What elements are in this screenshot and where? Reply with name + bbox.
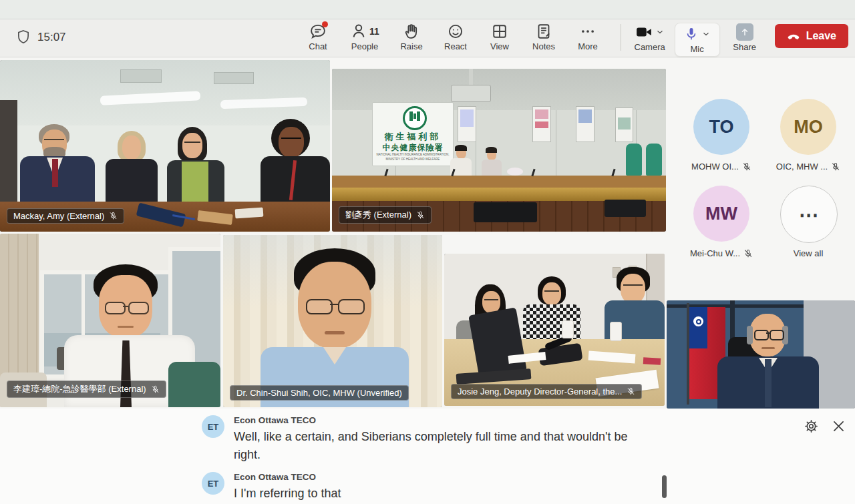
poster-art	[460, 109, 474, 127]
share-button[interactable]: Share	[724, 23, 765, 52]
mouth	[761, 347, 775, 349]
chat-button[interactable]: Chat	[299, 23, 337, 51]
share-label: Share	[733, 42, 756, 52]
table-gold-edge	[332, 188, 666, 201]
avatar-mo[interactable]: MO	[780, 99, 836, 155]
table-top	[332, 176, 666, 188]
toolbar-center-group: Chat 11 People Raise React View	[299, 23, 607, 51]
mic-button[interactable]: Mic	[675, 23, 720, 57]
participant-name: 劉彥秀 (External)	[345, 209, 411, 221]
glasses	[770, 330, 784, 340]
flag-sun-inner	[697, 320, 700, 323]
name-tag-mackay: Mackay, Amy (External)	[7, 208, 124, 224]
video-tile-shih[interactable]: Dr. Chin-Shui Shih, OIC, MHW (Unverified…	[223, 235, 442, 407]
person-body	[106, 159, 158, 203]
poster	[532, 106, 551, 142]
poster	[576, 106, 594, 142]
captions-scrollbar[interactable]	[662, 475, 667, 498]
chat-label: Chat	[309, 41, 327, 51]
more-icon	[579, 23, 596, 40]
nhia-sign: 衛生福利部 中央健康保險署 NATIONAL HEALTH INSURANCE …	[372, 102, 454, 166]
glasses	[281, 138, 301, 144]
glasses	[623, 284, 643, 290]
glasses	[754, 330, 769, 340]
raise-hand-button[interactable]: Raise	[393, 23, 430, 51]
mic-chevron-icon[interactable]	[702, 30, 710, 38]
person-hair	[455, 145, 467, 151]
caption-avatar-initials: ET	[208, 422, 219, 432]
wall-seam	[556, 110, 556, 177]
tie	[52, 159, 58, 187]
poster	[458, 106, 476, 142]
poster-art	[618, 117, 631, 130]
caption-avatar: ET	[202, 472, 224, 495]
tie	[765, 359, 772, 407]
glasses-bridge	[330, 304, 338, 305]
toolbar-right-group: Camera Mic Share Leave	[621, 23, 851, 57]
video-tile-nhia-room[interactable]: 衛生福利部 中央健康保險署 NATIONAL HEALTH INSURANCE …	[332, 69, 666, 232]
logo-bar	[417, 111, 420, 121]
share-icon	[736, 23, 753, 41]
mouth	[325, 331, 345, 334]
poster-art	[535, 121, 548, 128]
caption-avatar-initials: ET	[208, 479, 219, 489]
captions-close-icon[interactable]	[832, 419, 846, 433]
more-button[interactable]: More	[569, 23, 607, 51]
participant-name: Mackay, Amy (External)	[13, 211, 104, 221]
view-button[interactable]: View	[481, 23, 518, 51]
ceiling-vent	[120, 69, 162, 83]
participant-label-mw: Mei-Chu W...	[677, 248, 765, 258]
avatar-to[interactable]: TO	[693, 99, 749, 155]
logo-bar	[413, 113, 416, 119]
participant-label-mo: OIC, MHW ...	[764, 162, 852, 172]
overflow-dots: ⋯	[799, 203, 819, 226]
caption-text: Well, like a certain, and Siberians comp…	[234, 428, 651, 464]
glasses-bridge	[766, 332, 770, 334]
hang-up-icon	[787, 29, 800, 43]
notes-icon	[535, 23, 552, 40]
view-icon	[491, 23, 508, 40]
flowers	[507, 168, 523, 176]
video-tile-lee[interactable]: 李建璋-總院-急診醫學部 (External)	[0, 234, 220, 407]
ceiling-vent	[214, 72, 254, 84]
notes-button[interactable]: Notes	[525, 23, 562, 51]
projector	[451, 85, 491, 102]
meeting-timer: 15:07	[37, 31, 66, 44]
caption-avatar: ET	[202, 415, 224, 438]
green-chair	[646, 144, 662, 176]
react-icon	[447, 23, 464, 40]
monitor	[605, 200, 646, 217]
people-label: People	[351, 41, 378, 51]
booklet	[643, 357, 661, 364]
leave-button[interactable]: Leave	[775, 24, 848, 48]
camera-chevron-icon[interactable]	[656, 28, 664, 36]
glasses	[544, 290, 559, 295]
mic-off-icon	[743, 249, 753, 258]
green-chair	[626, 144, 642, 176]
participant-name: 李建璋-總院-急診醫學部 (External)	[13, 383, 146, 395]
camera-button[interactable]: Camera	[629, 23, 671, 52]
mouth	[118, 326, 134, 328]
avatar-initials: TO	[709, 117, 733, 138]
flag-canton	[689, 307, 707, 348]
name-tag-jeng: Josie Jeng, Deputy Director-General, the…	[451, 384, 642, 399]
caption-text: I I'm referring to that	[234, 485, 651, 503]
captions-settings-gear-icon[interactable]	[804, 419, 818, 433]
poster	[615, 107, 633, 142]
react-button[interactable]: React	[437, 23, 474, 51]
browser-top-strip	[0, 0, 855, 19]
people-button[interactable]: 11 People	[343, 23, 386, 51]
view-all-button[interactable]: ⋯	[780, 186, 838, 243]
caption-speaker: Econ Ottawa TECO	[234, 472, 316, 482]
mic-label: Mic	[691, 44, 704, 54]
video-tile-jeng[interactable]: Josie Jeng, Deputy Director-General, the…	[444, 254, 665, 406]
video-tile-official[interactable]	[667, 300, 855, 409]
video-tile-mackay[interactable]: Mackay, Amy (External)	[0, 60, 330, 232]
sign-line1: 衛生福利部	[373, 131, 453, 143]
mic-icon	[684, 25, 699, 43]
meeting-toolbar: 15:07 Chat 11 People Raise React	[0, 19, 855, 57]
person-head	[122, 136, 141, 160]
nhia-logo-icon	[403, 106, 427, 130]
avatar-mw[interactable]: MW	[693, 186, 749, 242]
participant-name: Mei-Chu W...	[690, 248, 740, 258]
